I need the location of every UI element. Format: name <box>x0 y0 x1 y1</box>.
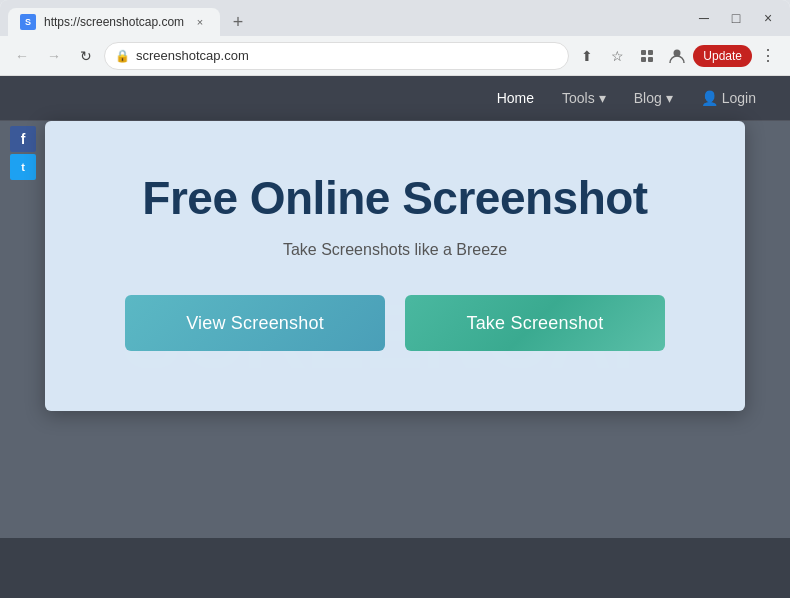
title-bar: S https://screenshotcap.com × + ─ □ × <box>0 0 790 36</box>
back-button[interactable]: ← <box>8 42 36 70</box>
minimize-button[interactable]: ─ <box>690 4 718 32</box>
extensions-icon[interactable] <box>633 42 661 70</box>
tabs-area: S https://screenshotcap.com × + <box>8 0 684 36</box>
social-sidebar: f t <box>10 126 36 180</box>
site-navigation: Home Tools ▾ Blog ▾ 👤 Login <box>0 76 790 121</box>
svg-rect-1 <box>648 50 653 55</box>
chevron-down-icon: ▾ <box>599 90 606 106</box>
active-tab[interactable]: S https://screenshotcap.com × <box>8 8 220 36</box>
user-icon: 👤 <box>701 90 718 106</box>
profile-icon[interactable] <box>663 42 691 70</box>
forward-button[interactable]: → <box>40 42 68 70</box>
nav-tools[interactable]: Tools ▾ <box>552 86 616 110</box>
maximize-button[interactable]: □ <box>722 4 750 32</box>
svg-rect-0 <box>641 50 646 55</box>
new-tab-button[interactable]: + <box>224 8 252 36</box>
webpage: SCREENCAP Home Tools ▾ Blog ▾ 👤 Login f <box>0 76 790 598</box>
hero-modal: Free Online Screenshot Take Screenshots … <box>45 121 745 411</box>
update-button[interactable]: Update <box>693 45 752 67</box>
modal-title: Free Online Screenshot <box>142 171 647 225</box>
browser-menu-button[interactable]: ⋮ <box>754 42 782 70</box>
nav-home[interactable]: Home <box>487 86 544 110</box>
twitter-button[interactable]: t <box>10 154 36 180</box>
tab-favicon: S <box>20 14 36 30</box>
modal-subtitle: Take Screenshots like a Breeze <box>283 241 507 259</box>
background-bottom <box>0 538 790 598</box>
window-controls: ─ □ × <box>690 4 782 32</box>
bookmark-icon[interactable]: ☆ <box>603 42 631 70</box>
tab-label: https://screenshotcap.com <box>44 15 184 29</box>
svg-rect-3 <box>648 57 653 62</box>
share-icon[interactable]: ⬆ <box>573 42 601 70</box>
svg-rect-2 <box>641 57 646 62</box>
take-screenshot-button[interactable]: Take Screenshot <box>405 295 665 351</box>
url-text: screenshotcap.com <box>136 48 558 63</box>
view-screenshot-button[interactable]: View Screenshot <box>125 295 385 351</box>
browser-window: S https://screenshotcap.com × + ─ □ × ← … <box>0 0 790 598</box>
lock-icon: 🔒 <box>115 49 130 63</box>
modal-buttons: View Screenshot Take Screenshot <box>125 295 665 351</box>
address-bar: ← → ↻ 🔒 screenshotcap.com ⬆ ☆ <box>0 36 790 76</box>
refresh-button[interactable]: ↻ <box>72 42 100 70</box>
nav-blog[interactable]: Blog ▾ <box>624 86 683 110</box>
nav-login[interactable]: 👤 Login <box>691 86 766 110</box>
tab-close-button[interactable]: × <box>192 14 208 30</box>
facebook-button[interactable]: f <box>10 126 36 152</box>
url-bar[interactable]: 🔒 screenshotcap.com <box>104 42 569 70</box>
chevron-down-icon: ▾ <box>666 90 673 106</box>
address-actions: ⬆ ☆ Update ⋮ <box>573 42 782 70</box>
close-button[interactable]: × <box>754 4 782 32</box>
